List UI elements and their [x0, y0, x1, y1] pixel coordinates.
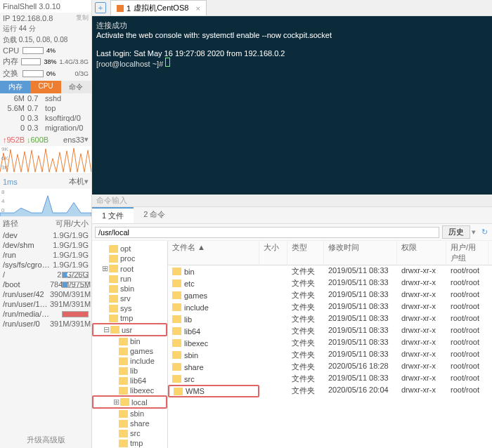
tree-node-tmp[interactable]: tmp — [92, 313, 167, 323]
tree-node-lib[interactable]: lib — [92, 366, 167, 376]
folder-tree[interactable]: optproc⊞rootrunsbinsrvsystmp⊟usrbingames… — [92, 241, 168, 448]
file-row[interactable]: share 文件夹 2020/05/16 18:28 drwxr-xr-x ro… — [168, 361, 492, 373]
file-row[interactable]: libexec 文件夹 2019/05/11 08:33 drwxr-xr-x … — [168, 337, 492, 349]
term-line: Last login: Sat May 16 19:27:08 2020 fro… — [96, 49, 488, 58]
tree-node-run[interactable]: run — [92, 274, 167, 284]
file-row[interactable]: WMS 文件夹 2020/05/16 20:04 drwxr-xr-x root… — [168, 385, 492, 397]
iface-select[interactable]: ens33 — [63, 136, 84, 144]
tab-commands[interactable]: 2 命令 — [134, 207, 175, 223]
tab-cpu[interactable]: CPU — [30, 81, 60, 93]
folder-icon — [119, 338, 128, 345]
folder-icon — [119, 377, 128, 385]
terminal[interactable]: 连接成功 Activate the web console with: syst… — [92, 16, 492, 195]
copy-button[interactable]: 复制 — [76, 13, 89, 22]
tab-mem[interactable]: 内存 — [0, 81, 30, 93]
tree-node-usr[interactable]: ⊟usr — [92, 323, 167, 336]
disk-row[interactable]: /run/media/hellozyjs...0/7G — [0, 309, 91, 319]
tree-node-sbin[interactable]: sbin — [92, 284, 167, 294]
cpu-gauge: CPU 4% — [0, 46, 91, 55]
tree-node-tmp[interactable]: tmp — [92, 438, 167, 448]
folder-icon — [117, 5, 124, 12]
close-icon[interactable]: × — [195, 4, 200, 13]
upload-val: 952B — [7, 136, 25, 144]
col-type[interactable]: 类型 — [287, 241, 324, 265]
term-line: 连接成功 — [96, 20, 488, 31]
file-row[interactable]: lib 文件夹 2019/05/11 08:33 drwxr-xr-x root… — [168, 313, 492, 325]
disk-h1: 路径 — [3, 218, 18, 229]
process-row[interactable]: 00.3ksoftirqd/0 — [0, 113, 91, 123]
command-input[interactable]: 命令输入 — [92, 195, 492, 206]
tab-title: 虚拟机CentOS8 — [134, 3, 188, 13]
process-row[interactable]: 00.3migration/0 — [0, 123, 91, 133]
disk-row[interactable]: /dev/shm1.9G/1.9G — [0, 240, 91, 250]
file-row[interactable]: lib64 文件夹 2019/05/11 08:33 drwxr-xr-x ro… — [168, 325, 492, 337]
tree-node-share[interactable]: share — [92, 419, 167, 428]
tree-node-include[interactable]: include — [92, 356, 167, 366]
disk-row[interactable]: /dev1.9G/1.9G — [0, 230, 91, 240]
tree-node-sbin[interactable]: sbin — [92, 409, 167, 419]
new-tab-button[interactable]: + — [95, 2, 106, 13]
tree-node-libexec[interactable]: libexec — [92, 386, 167, 395]
folder-icon — [172, 268, 181, 275]
file-row[interactable]: bin 文件夹 2019/05/11 08:33 drwxr-xr-x root… — [168, 265, 492, 277]
folder-icon — [109, 265, 118, 272]
tree-node-bin[interactable]: bin — [92, 336, 167, 346]
chevron-down-icon[interactable]: ▾ — [472, 228, 476, 237]
upgrade-link[interactable]: 升级高级版 — [0, 432, 91, 448]
folder-icon — [174, 388, 183, 395]
tree-node-opt[interactable]: opt — [92, 244, 167, 253]
disk-row[interactable]: /sys/fs/cgroup1.9G/1.9G — [0, 260, 91, 270]
swap-gauge: 交换 0% 0/3G — [0, 67, 91, 79]
lat-header: 1ms 本机 ▾ — [0, 174, 91, 189]
tab-files[interactable]: 1 文件 — [92, 207, 134, 223]
mem-pct: 38% — [44, 58, 56, 65]
tab-cmd[interactable]: 命令 — [61, 81, 91, 93]
history-button[interactable]: 历史 — [442, 225, 470, 239]
disk-row[interactable]: /21G/26G — [0, 270, 91, 279]
session-tab[interactable]: 1 虚拟机CentOS8 × — [110, 0, 207, 15]
file-row[interactable]: etc 文件夹 2019/05/11 08:33 drwxr-xr-x root… — [168, 277, 492, 289]
col-size[interactable]: 大小 — [259, 241, 287, 265]
path-input[interactable]: /usr/local — [95, 227, 439, 238]
file-row[interactable]: games 文件夹 2019/05/11 08:33 drwxr-xr-x ro… — [168, 289, 492, 301]
folder-icon — [172, 279, 181, 287]
col-date[interactable]: 修改时间 — [324, 241, 397, 265]
swap-label: 交换 — [3, 68, 20, 79]
tree-node-games[interactable]: games — [92, 346, 167, 356]
folder-icon — [109, 295, 118, 303]
tree-node-root[interactable]: ⊞root — [92, 263, 167, 274]
lat-host[interactable]: 本机 — [69, 176, 84, 187]
term-line: Activate the web console with: systemctl… — [96, 31, 488, 39]
col-perm[interactable]: 权限 — [397, 241, 446, 265]
folder-icon — [119, 430, 128, 437]
tree-node-local[interactable]: ⊞local — [92, 395, 167, 409]
folder-icon — [109, 285, 118, 293]
process-row[interactable]: 5.6M0.7top — [0, 103, 91, 113]
refresh-icon[interactable]: ↻ — [479, 228, 489, 237]
folder-icon — [119, 420, 128, 428]
col-own[interactable]: 用户/用户组 — [446, 241, 488, 265]
folder-icon — [119, 440, 128, 447]
disk-row[interactable]: /run/user/42390M/391M — [0, 289, 91, 299]
col-name[interactable]: 文件名 ▲ — [168, 241, 259, 265]
folder-icon — [109, 305, 118, 312]
disk-row[interactable]: /boot784M/975M — [0, 279, 91, 289]
tree-node-src[interactable]: src — [92, 428, 167, 438]
tree-node-lib64[interactable]: lib64 — [92, 376, 167, 386]
tree-node-sys[interactable]: sys — [92, 303, 167, 313]
download-val: 600B — [30, 136, 48, 144]
tree-node-proc[interactable]: proc — [92, 253, 167, 263]
process-row[interactable]: 6M0.7sshd — [0, 93, 91, 103]
cpu-pct: 4% — [46, 47, 56, 54]
file-row[interactable]: sbin 文件夹 2019/05/11 08:33 drwxr-xr-x roo… — [168, 349, 492, 361]
folder-icon — [120, 398, 129, 406]
path-bar: /usr/local 历史 ▾ ↻ — [92, 224, 492, 241]
file-row[interactable]: include 文件夹 2019/05/11 08:33 drwxr-xr-x … — [168, 301, 492, 313]
cursor-icon — [165, 58, 170, 67]
disk-row[interactable]: /run/user/1000391M/391M — [0, 299, 91, 309]
disk-row[interactable]: /run/user/0391M/391M — [0, 319, 91, 329]
tree-node-srv[interactable]: srv — [92, 294, 167, 303]
disk-row[interactable]: /run1.9G/1.9G — [0, 250, 91, 260]
cpu-label: CPU — [3, 46, 20, 55]
file-row[interactable]: src 文件夹 2019/05/11 08:33 drwxr-xr-x root… — [168, 373, 492, 385]
